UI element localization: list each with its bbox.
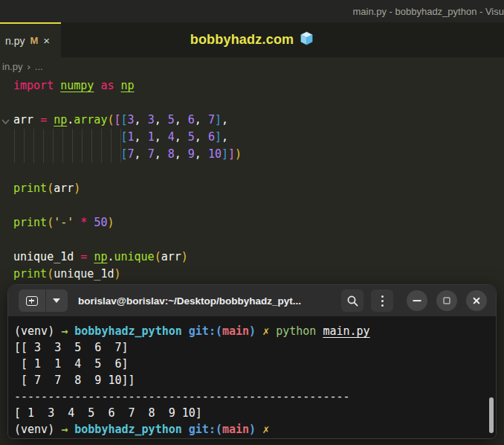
tab-label: n.py [5, 35, 25, 47]
code-line: arr = np.array([[3, 3, 5, 6, 7], [13, 112, 242, 129]
breadcrumb-separator-icon: › [27, 61, 30, 72]
code-line: unique_1d = np.unique(arr) [13, 249, 242, 266]
terminal-window: borislav@borislav:~/Desktop/bobbyhadz_py… [7, 284, 497, 439]
code-line: import numpy as np [13, 77, 242, 95]
terminal-line: ----------------------------------------… [14, 388, 485, 405]
code-line [13, 231, 242, 249]
maximize-button[interactable] [436, 290, 457, 311]
watermark: bobbyhadz.com [0, 22, 504, 57]
window-title: main.py - bobbyhadz_python - Visu [352, 6, 504, 17]
search-icon [346, 295, 359, 307]
modified-badge: M [30, 35, 38, 46]
terminal-newtab-group [19, 289, 68, 312]
terminal-header-controls [341, 289, 487, 312]
new-tab-icon [26, 296, 38, 306]
terminal-output[interactable]: (venv) → bobbyhadz_python git:(main) ✗ p… [8, 316, 496, 438]
search-button[interactable] [341, 289, 364, 312]
code-line: [7, 7, 8, 9, 10]]) [13, 146, 242, 163]
terminal-line: (venv) → bobbyhadz_python git:(main) ✗ [14, 421, 485, 438]
window-title-bar: main.py - bobbyhadz_python - Visu [0, 0, 504, 22]
vscode-window: { "colors": { "pink": "#f92672", "green"… [0, 0, 504, 445]
new-tab-button[interactable] [19, 289, 46, 312]
code-line: print(unique_1d) [13, 266, 242, 283]
terminal-lines: (venv) → bobbyhadz_python git:(main) ✗ p… [14, 323, 485, 438]
terminal-line: [ 1 1 4 5 6] [14, 356, 485, 372]
breadcrumb[interactable]: in.py › ... [0, 57, 504, 75]
code-area: import numpy as np arr = np.array([[3, 3… [13, 77, 242, 283]
terminal-line: [[ 3 3 5 6 7] [14, 339, 485, 356]
code-line: [1, 1, 4, 5, 6], [13, 129, 242, 146]
terminal-line: [ 7 7 8 9 10]] [14, 372, 485, 388]
breadcrumb-more[interactable]: ... [35, 61, 43, 72]
code-line [13, 163, 242, 180]
terminal-header[interactable]: borislav@borislav:~/Desktop/bobbyhadz_py… [8, 285, 496, 316]
breadcrumb-file[interactable]: in.py [2, 61, 22, 72]
menu-button[interactable] [371, 289, 393, 312]
terminal-line: [ 1 3 4 5 6 7 8 9 10] [14, 405, 485, 421]
tab-bar: n.py M × bobbyhadz.com [0, 22, 504, 57]
maximize-icon [444, 298, 450, 304]
minimize-icon [413, 300, 421, 301]
code-line [13, 95, 242, 112]
new-tab-dropdown-button[interactable] [46, 289, 67, 312]
window-controls [407, 290, 487, 311]
tab-main-py[interactable]: n.py M × [0, 22, 61, 57]
watermark-text: bobbyhadz.com [190, 32, 294, 48]
chevron-down-icon [53, 298, 60, 303]
terminal-line: (venv) → bobbyhadz_python git:(main) ✗ p… [14, 323, 485, 339]
fold-chevron-icon[interactable] [1, 116, 10, 126]
code-line: print('-' * 50) [13, 214, 242, 231]
terminal-scrollbar[interactable] [489, 397, 494, 433]
code-line: print(arr) [13, 180, 242, 197]
close-button[interactable] [466, 290, 487, 311]
ice-cube-icon [300, 31, 314, 48]
minimize-button[interactable] [407, 290, 427, 311]
terminal-title: borislav@borislav:~/Desktop/bobbyhadz_py… [78, 295, 301, 307]
tab-close-icon[interactable]: × [43, 35, 50, 46]
kebab-menu-icon [381, 295, 384, 307]
code-line [13, 197, 242, 214]
